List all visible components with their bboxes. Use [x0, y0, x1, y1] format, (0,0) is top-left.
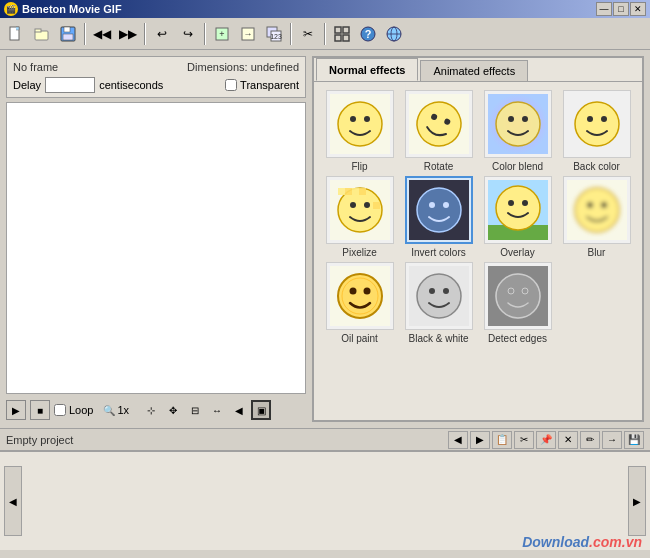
tool-frame[interactable]: ▣: [251, 400, 271, 420]
nav-next-button[interactable]: ▶: [470, 431, 490, 449]
effect-invert-colors[interactable]: Invert colors: [401, 176, 476, 258]
watermark: Download.com.vn: [522, 534, 642, 550]
save-button[interactable]: [56, 22, 80, 46]
effect-flip-thumb: [326, 90, 394, 158]
effect-back-color[interactable]: Back color: [559, 90, 634, 172]
svg-point-37: [601, 116, 607, 122]
effect-oil-paint-thumb: [326, 262, 394, 330]
svg-point-60: [587, 202, 593, 208]
zoom-info: 🔍 1x: [103, 404, 129, 416]
effect-detect-edges[interactable]: Detect edges: [480, 262, 555, 344]
forward-button[interactable]: ▶▶: [116, 22, 140, 46]
effect-pixelize[interactable]: Pixelize: [322, 176, 397, 258]
svg-rect-42: [352, 188, 359, 195]
svg-point-24: [364, 116, 370, 122]
svg-point-63: [338, 274, 382, 318]
effect-pixelize-label: Pixelize: [342, 247, 376, 258]
loop-check: Loop: [54, 404, 93, 416]
svg-text:123: 123: [270, 33, 282, 40]
status-bar: Empty project ◀ ▶ 📋 ✂ 📌 ✕ ✏ → 💾: [0, 428, 650, 450]
zoom-icon: 🔍: [103, 405, 115, 416]
svg-rect-4: [64, 27, 70, 32]
nav-save-btn[interactable]: 💾: [624, 431, 644, 449]
effect-overlay[interactable]: Overlay: [480, 176, 555, 258]
effect-back-color-thumb: [563, 90, 631, 158]
effect-black-white[interactable]: Black & white: [401, 262, 476, 344]
nav-paste-button[interactable]: 📌: [536, 431, 556, 449]
dimensions-label: Dimensions: undefined: [187, 61, 299, 73]
svg-point-35: [575, 102, 619, 146]
close-button[interactable]: ✕: [630, 2, 646, 16]
frames-nav-left[interactable]: ◀: [4, 466, 22, 536]
svg-point-70: [443, 288, 449, 294]
tool-crop[interactable]: ⊟: [185, 400, 205, 420]
effect-detect-edges-label: Detect edges: [488, 333, 547, 344]
window-controls: — □ ✕: [596, 2, 646, 16]
frame-info: No frame Dimensions: undefined Delay cen…: [6, 56, 306, 98]
svg-point-55: [496, 186, 540, 230]
app-icon: 🎬: [4, 2, 18, 16]
redo-button[interactable]: ↪: [176, 22, 200, 46]
new-button[interactable]: [4, 22, 28, 46]
grid-button[interactable]: [330, 22, 354, 46]
effect-blur[interactable]: Blur: [559, 176, 634, 258]
svg-point-32: [508, 116, 514, 122]
export-button[interactable]: →: [236, 22, 260, 46]
svg-point-56: [508, 200, 514, 206]
help-button[interactable]: ?: [356, 22, 380, 46]
effect-oil-paint[interactable]: Oil paint: [322, 262, 397, 344]
tool-move[interactable]: ✥: [163, 400, 183, 420]
frames-nav-right[interactable]: ▶: [628, 466, 646, 536]
web-button[interactable]: [382, 22, 406, 46]
effect-blur-label: Blur: [588, 247, 606, 258]
tool-select[interactable]: ⊹: [141, 400, 161, 420]
minimize-button[interactable]: —: [596, 2, 612, 16]
frame-copy-button[interactable]: 123: [262, 22, 286, 46]
svg-point-57: [522, 200, 528, 206]
nav-cut-button[interactable]: ✂: [514, 431, 534, 449]
loop-checkbox[interactable]: [54, 404, 66, 416]
main-area: No frame Dimensions: undefined Delay cen…: [0, 50, 650, 428]
delay-input[interactable]: [45, 77, 95, 93]
effect-overlay-thumb: [484, 176, 552, 244]
cut-button[interactable]: ✂: [296, 22, 320, 46]
tab-animated-effects[interactable]: Animated effects: [420, 60, 528, 81]
nav-copy-button[interactable]: 📋: [492, 431, 512, 449]
tab-normal-effects[interactable]: Normal effects: [316, 58, 418, 81]
effect-detect-edges-thumb: [484, 262, 552, 330]
canvas-area: [6, 102, 306, 394]
stop-button[interactable]: ■: [30, 400, 50, 420]
effect-color-blend-label: Color blend: [492, 161, 543, 172]
effects-tabs: Normal effects Animated effects: [314, 58, 642, 82]
svg-rect-44: [366, 195, 373, 202]
svg-point-68: [417, 274, 461, 318]
play-button[interactable]: ▶: [6, 400, 26, 420]
maximize-button[interactable]: □: [613, 2, 629, 16]
nav-edit-button[interactable]: ✏: [580, 431, 600, 449]
nav-prev-button[interactable]: ◀: [448, 431, 468, 449]
transparent-label: Transparent: [240, 79, 299, 91]
nav-delete-button[interactable]: ✕: [558, 431, 578, 449]
status-nav-btns: ◀ ▶ 📋 ✂ 📌 ✕ ✏ → 💾: [448, 431, 644, 449]
effect-flip-label: Flip: [351, 161, 367, 172]
svg-rect-45: [373, 202, 380, 209]
effect-black-white-thumb: [405, 262, 473, 330]
svg-point-31: [496, 102, 540, 146]
main-toolbar: ◀◀ ▶▶ ↩ ↪ + → 123 ✂ ?: [0, 18, 650, 50]
tool-prev[interactable]: ◀: [229, 400, 249, 420]
zoom-level: 1x: [117, 404, 129, 416]
nav-forward-button[interactable]: →: [602, 431, 622, 449]
back-button[interactable]: ◀◀: [90, 22, 114, 46]
effect-back-color-label: Back color: [573, 161, 620, 172]
transparent-checkbox[interactable]: [225, 79, 237, 91]
effect-color-blend-thumb: [484, 90, 552, 158]
effect-color-blend[interactable]: Color blend: [480, 90, 555, 172]
undo-button[interactable]: ↩: [150, 22, 174, 46]
effect-flip[interactable]: Flip: [322, 90, 397, 172]
tool-resize[interactable]: ↔: [207, 400, 227, 420]
import-button[interactable]: +: [210, 22, 234, 46]
open-button[interactable]: [30, 22, 54, 46]
right-panel: Normal effects Animated effects: [312, 56, 644, 422]
effect-rotate[interactable]: Rotate: [401, 90, 476, 172]
svg-point-59: [575, 188, 619, 232]
